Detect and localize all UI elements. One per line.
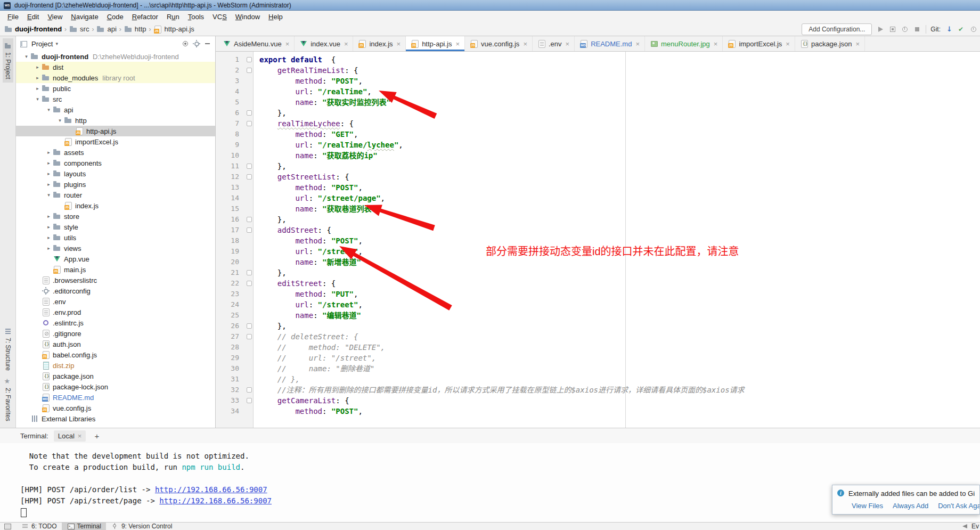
chevron-down-icon[interactable]: ▾ [56, 118, 64, 123]
tab-importexcel-js[interactable]: importExcel.js× [723, 36, 795, 51]
tree-row[interactable]: ▸public [16, 83, 215, 94]
notification-action-view-files[interactable]: View Files [852, 502, 883, 510]
chevron-right-icon[interactable]: ▸ [45, 246, 53, 251]
menu-refactor[interactable]: Refactor [128, 12, 162, 22]
tab-index-js[interactable]: index.js× [353, 36, 406, 51]
statusbar-9-version-control[interactable]: 9: Version Control [106, 523, 177, 530]
commit-icon[interactable] [957, 25, 966, 34]
tree-row[interactable]: ▸style [16, 222, 215, 232]
tab-menurouter-jpg[interactable]: menuRouter.jpg× [645, 36, 723, 51]
coverage-icon[interactable] [888, 25, 897, 34]
tree-row[interactable]: vue.config.js [16, 403, 215, 413]
history-icon[interactable] [969, 25, 978, 34]
chevron-right-icon[interactable]: ▸ [45, 235, 53, 240]
tree-row[interactable]: ▾src [16, 94, 215, 104]
chevron-down-icon[interactable]: ▾ [45, 192, 53, 198]
chevron-down-icon[interactable]: ▾ [22, 54, 30, 59]
breadcrumb-item[interactable]: duoji-frontend [4, 25, 62, 34]
hide-panel-icon[interactable] [203, 39, 212, 48]
breadcrumb-item[interactable]: http [124, 25, 146, 34]
menu-run[interactable]: Run [162, 12, 184, 22]
close-icon[interactable]: × [714, 40, 718, 48]
breadcrumb-item[interactable]: src [69, 25, 89, 34]
add-configuration-button[interactable]: Add Configuration... [802, 23, 872, 35]
chevron-right-icon[interactable]: ▸ [45, 171, 53, 176]
close-icon[interactable]: × [786, 40, 790, 48]
new-terminal-session-icon[interactable]: + [91, 431, 102, 441]
fold-open-icon[interactable] [247, 121, 252, 126]
tree-row[interactable]: ▾router [16, 190, 215, 200]
tree-row[interactable]: ▸assets [16, 147, 215, 158]
tree-row[interactable]: ▸store [16, 211, 215, 222]
fold-open-icon[interactable] [247, 281, 252, 286]
menu-code[interactable]: Code [103, 12, 128, 22]
chevron-right-icon[interactable]: ▸ [34, 86, 42, 91]
breadcrumb-item[interactable]: api [96, 25, 116, 34]
close-icon[interactable]: × [566, 40, 570, 48]
fold-close-icon[interactable] [247, 110, 252, 116]
chevron-right-icon[interactable]: ▸ [34, 64, 42, 70]
tree-row[interactable]: babel.config.js [16, 349, 215, 360]
close-icon[interactable]: × [523, 40, 527, 48]
menu-vcs[interactable]: VCS [208, 12, 231, 22]
menu-tools[interactable]: Tools [184, 12, 208, 22]
tree-row[interactable]: ▸dist [16, 62, 215, 72]
tree-row[interactable]: package.json [16, 371, 215, 381]
profiler-icon[interactable] [901, 25, 909, 34]
fold-open-icon[interactable] [247, 334, 252, 339]
tree-row[interactable]: package-lock.json [16, 381, 215, 392]
tree-row[interactable]: .env [16, 296, 215, 307]
event-log-icon[interactable] [961, 522, 969, 530]
tree-row[interactable]: ▸utils [16, 232, 215, 243]
fold-close-icon[interactable] [247, 217, 252, 222]
terminal-link[interactable]: http://192.168.66.56:9007 [159, 496, 272, 505]
tree-row[interactable]: dist.zip [16, 360, 215, 371]
close-icon[interactable]: × [397, 40, 401, 48]
menu-window[interactable]: Window [231, 12, 264, 22]
tab-package-json[interactable]: package.json× [795, 36, 865, 51]
close-icon[interactable]: × [856, 40, 860, 48]
tree-row[interactable]: importExcel.js [16, 136, 215, 147]
tree-row[interactable]: README.md [16, 392, 215, 403]
update-icon[interactable] [945, 25, 953, 34]
menu-file[interactable]: File [3, 12, 23, 22]
stripe-item-1-project[interactable]: 1: Project [3, 38, 13, 83]
tree-row[interactable]: index.js [16, 200, 215, 211]
stripe-item-7-structure[interactable]: 7: Structure [3, 324, 13, 374]
breadcrumb-item[interactable]: http-api.js [153, 25, 194, 34]
chevron-down-icon[interactable]: ▾ [45, 107, 53, 112]
fold-open-icon[interactable] [247, 398, 252, 403]
close-icon[interactable]: × [285, 40, 290, 48]
close-icon[interactable]: × [635, 40, 640, 48]
fold-close-icon[interactable] [247, 387, 252, 393]
tab--env[interactable]: .env× [533, 36, 575, 51]
chevron-right-icon[interactable]: ▸ [45, 182, 53, 187]
locate-file-icon[interactable] [181, 39, 190, 48]
terminal-tab-local[interactable]: Local × [54, 430, 86, 442]
chevron-right-icon[interactable]: ▸ [45, 214, 53, 219]
close-icon[interactable]: × [456, 40, 460, 48]
tab-http-api-js[interactable]: http-api.js× [406, 36, 465, 51]
status-bar-right[interactable]: Ev [961, 522, 980, 530]
tree-row[interactable]: ▾duoji-frontendD:\zheheWeb\duoji-fronten… [16, 51, 215, 62]
tab-asidemenu-vue[interactable]: AsideMenu.vue× [218, 36, 295, 51]
tree-row[interactable]: External Libraries [16, 413, 215, 424]
tree-row[interactable]: ▾api [16, 104, 215, 115]
tree-row[interactable]: http-api.js [16, 126, 215, 136]
chevron-right-icon[interactable]: ▸ [45, 160, 53, 166]
menu-edit[interactable]: Edit [23, 12, 43, 22]
tree-row[interactable]: .eslintrc.js [16, 317, 215, 328]
tool-window-switcher-icon[interactable] [3, 522, 12, 530]
menu-navigate[interactable]: Navigate [67, 12, 102, 22]
gear-icon[interactable] [192, 39, 201, 48]
editor[interactable]: 1export default {2 getRealTimeList: {3 m… [216, 52, 980, 428]
tree-row[interactable]: ▸node_moduleslibrary root [16, 72, 215, 83]
notification-action-always-add[interactable]: Always Add [893, 502, 928, 510]
tree-row[interactable]: ▸layouts [16, 168, 215, 179]
tree-row[interactable]: ▸plugins [16, 179, 215, 190]
tree-row[interactable]: ▾http [16, 115, 215, 126]
fold-open-icon[interactable] [247, 68, 252, 73]
chevron-down-icon[interactable]: ▾ [55, 41, 58, 46]
tree-row[interactable]: ▸components [16, 158, 215, 168]
statusbar-terminal[interactable]: Terminal [62, 523, 106, 530]
